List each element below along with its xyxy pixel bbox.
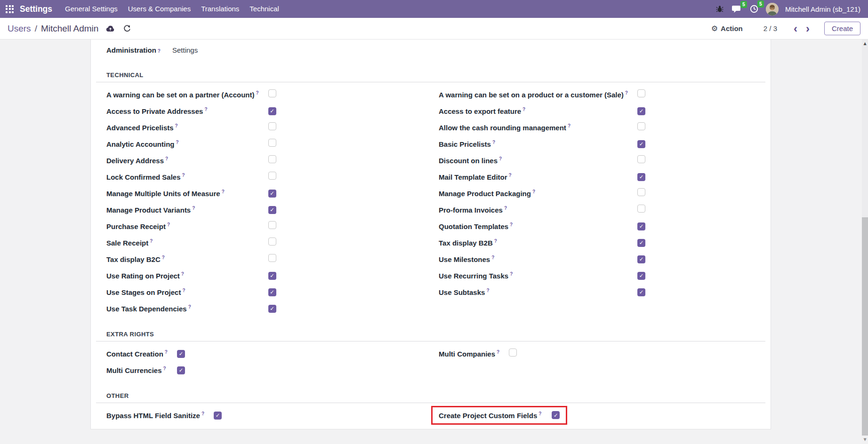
field-checkbox-cell: [637, 205, 755, 214]
help-icon[interactable]: ?: [182, 288, 185, 293]
help-icon[interactable]: ?: [158, 48, 161, 54]
checkbox-use-milestones[interactable]: ✓: [637, 255, 645, 263]
scrollbar-down-arrow-icon[interactable]: ▼: [862, 436, 868, 444]
breadcrumb-separator: /: [35, 24, 37, 34]
help-icon[interactable]: ?: [494, 238, 497, 244]
field-label-text: Use Rating on Project: [106, 272, 180, 280]
checkbox-tax-display-b2c[interactable]: [268, 254, 276, 262]
menu-item-translations[interactable]: Translations: [196, 0, 244, 18]
checkbox-contact-creation[interactable]: ✓: [177, 350, 185, 358]
checkbox-purchase-receipt[interactable]: [268, 221, 276, 229]
help-icon[interactable]: ?: [522, 107, 525, 112]
checkbox-discount-on-lines[interactable]: [637, 155, 645, 163]
field-label-text: Lock Confirmed Sales: [106, 173, 181, 181]
administration-value[interactable]: Settings: [172, 46, 198, 54]
help-icon[interactable]: ?: [201, 411, 204, 416]
checkbox-a-warning-can-be-set-on-a-partner-account[interactable]: [268, 89, 276, 97]
help-icon[interactable]: ?: [150, 238, 153, 244]
field-checkbox-cell: ✓: [637, 106, 755, 115]
checkbox-advanced-pricelists[interactable]: [268, 122, 276, 130]
action-menu-button[interactable]: ⚙ Action: [711, 24, 743, 33]
help-icon[interactable]: ?: [532, 189, 535, 194]
cloud-save-icon[interactable]: [106, 25, 115, 32]
field-label-lock-confirmed-sales: Lock Confirmed Sales?: [106, 173, 268, 181]
checkbox-allow-the-cash-rounding-management[interactable]: [637, 122, 645, 130]
help-icon[interactable]: ?: [188, 304, 191, 309]
scrollbar-up-arrow-icon[interactable]: ▲: [862, 40, 868, 48]
checkbox-delivery-address[interactable]: [268, 155, 276, 163]
help-icon[interactable]: ?: [192, 206, 195, 211]
checkbox-use-stages-on-project[interactable]: ✓: [268, 288, 276, 296]
checkbox-use-task-dependencies[interactable]: ✓: [268, 305, 276, 313]
create-button[interactable]: Create: [824, 22, 860, 35]
checkbox-basic-pricelists[interactable]: ✓: [637, 140, 645, 148]
help-icon[interactable]: ?: [538, 411, 541, 416]
checkbox-multi-currencies[interactable]: ✓: [177, 366, 185, 374]
help-icon[interactable]: ?: [499, 156, 502, 161]
menu-item-general-settings[interactable]: General Settings: [60, 0, 123, 18]
help-icon[interactable]: ?: [256, 90, 259, 95]
help-icon[interactable]: ?: [486, 288, 489, 293]
checkbox-manage-multiple-units-of-measure[interactable]: ✓: [268, 190, 276, 198]
help-icon[interactable]: ?: [182, 173, 185, 178]
pager-previous-icon[interactable]: ‹: [789, 24, 802, 33]
field-label-text: Use Stages on Project: [106, 288, 181, 296]
checkbox-sale-receipt[interactable]: [268, 238, 276, 246]
help-icon[interactable]: ?: [165, 349, 168, 355]
help-icon[interactable]: ?: [176, 140, 178, 145]
menu-item-technical[interactable]: Technical: [244, 0, 284, 18]
help-icon[interactable]: ?: [491, 255, 494, 260]
help-icon[interactable]: ?: [492, 140, 495, 145]
pager-next-icon[interactable]: ›: [802, 24, 814, 33]
field-checkbox-cell: ✓: [214, 411, 431, 420]
help-icon[interactable]: ?: [510, 271, 513, 277]
checkbox-use-subtasks[interactable]: ✓: [637, 288, 645, 296]
field-label-use-subtasks: Use Subtasks?: [439, 288, 637, 296]
debug-bug-icon[interactable]: [715, 4, 724, 14]
checkbox-use-rating-on-project[interactable]: ✓: [268, 272, 276, 280]
user-menu[interactable]: Mitchell Admin (sb_121): [785, 5, 860, 13]
apps-menu-icon[interactable]: [6, 5, 14, 13]
help-icon[interactable]: ?: [510, 222, 513, 227]
help-icon[interactable]: ?: [167, 222, 170, 227]
user-avatar[interactable]: [766, 3, 779, 16]
checkbox-use-recurring-tasks[interactable]: ✓: [637, 272, 645, 280]
checkbox-lock-confirmed-sales[interactable]: [268, 172, 276, 180]
checkbox-multi-companies[interactable]: [509, 349, 517, 357]
section-column-2: Multi Companies?: [431, 345, 755, 378]
checkbox-mail-template-editor[interactable]: ✓: [637, 173, 645, 181]
checkbox-manage-product-packaging[interactable]: [637, 188, 645, 196]
checkbox-access-to-private-addresses[interactable]: ✓: [268, 107, 276, 115]
app-name[interactable]: Settings: [20, 4, 52, 14]
scrollbar-thumb[interactable]: [862, 217, 868, 436]
help-icon[interactable]: ?: [204, 107, 207, 112]
field-checkbox-cell: [637, 188, 755, 198]
menu-item-users-companies[interactable]: Users & Companies: [123, 0, 196, 18]
help-icon[interactable]: ?: [162, 255, 165, 260]
checkbox-tax-display-b2b[interactable]: ✓: [637, 239, 645, 247]
messages-icon[interactable]: 5: [731, 4, 742, 14]
checkbox-quotation-templates[interactable]: ✓: [637, 222, 645, 230]
checkbox-a-warning-can-be-set-on-a-product-or-a-customer-sale[interactable]: [637, 89, 645, 97]
checkbox-access-to-export-feature[interactable]: ✓: [637, 107, 645, 115]
activities-clock-icon[interactable]: 5: [749, 4, 759, 14]
checkbox-manage-product-variants[interactable]: ✓: [268, 206, 276, 214]
checkbox-bypass-html-field-sanitize[interactable]: ✓: [214, 412, 222, 420]
help-icon[interactable]: ?: [504, 206, 507, 211]
help-icon[interactable]: ?: [568, 123, 571, 128]
help-icon[interactable]: ?: [165, 156, 168, 161]
checkbox-pro-forma-invoices[interactable]: [637, 205, 645, 213]
help-icon[interactable]: ?: [625, 90, 628, 95]
checkbox-create-project-custom-fields[interactable]: ✓: [552, 411, 560, 419]
help-icon[interactable]: ?: [175, 123, 178, 128]
help-icon[interactable]: ?: [163, 366, 166, 371]
field-label-contact-creation: Contact Creation?: [106, 349, 177, 358]
discard-undo-icon[interactable]: [123, 25, 131, 32]
help-icon[interactable]: ?: [497, 349, 499, 355]
pager-value[interactable]: 2 / 3: [764, 24, 777, 32]
help-icon[interactable]: ?: [509, 173, 512, 178]
help-icon[interactable]: ?: [181, 271, 184, 277]
checkbox-analytic-accounting[interactable]: [268, 139, 276, 147]
help-icon[interactable]: ?: [222, 189, 225, 194]
breadcrumb-users-link[interactable]: Users: [8, 24, 31, 34]
